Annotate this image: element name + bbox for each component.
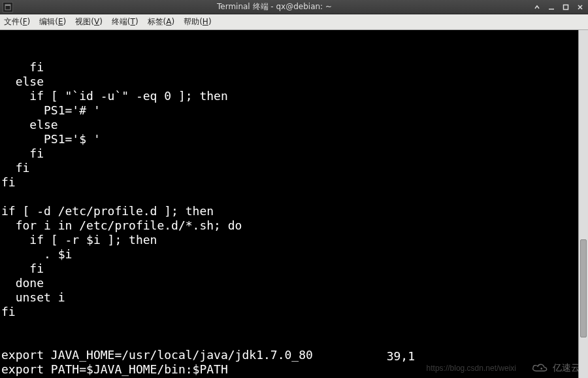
close-button[interactable]: [575, 3, 585, 12]
svg-rect-2: [564, 5, 568, 9]
menu-help[interactable]: 帮助(H): [184, 16, 211, 27]
maximize-button[interactable]: [561, 3, 571, 12]
menu-tabs[interactable]: 标签(A): [148, 16, 175, 27]
scrollbar[interactable]: [578, 30, 588, 378]
terminal-line: for i in /etc/profile.d/*.sh; do: [1, 218, 577, 233]
svg-point-3: [540, 368, 542, 369]
terminal-line: if [ -r $i ]; then: [1, 233, 577, 247]
terminal-line: else: [1, 75, 577, 89]
terminal-line: fi: [1, 60, 577, 75]
watermark-text: 亿速云: [553, 362, 580, 374]
window-icon: [3, 2, 13, 12]
terminal-area: fi else if [ "`id -u`" -eq 0 ]; then PS1…: [0, 30, 588, 378]
terminal-line: if [ -d /etc/profile.d ]; then: [1, 204, 577, 218]
menubar: 文件(F) 编辑(E) 视图(V) 终端(T) 标签(A) 帮助(H): [0, 14, 588, 30]
terminal-line: fi: [1, 175, 577, 190]
watermark: 亿速云: [531, 362, 580, 374]
watermark-url: https://blog.csdn.net/weixi: [427, 364, 516, 373]
svg-rect-1: [5, 5, 10, 6]
terminal-line: [1, 319, 577, 334]
window-title: Terminal 终端 - qx@debian: ~: [17, 1, 532, 12]
terminal-line: unset i: [1, 290, 577, 305]
terminal-line: if [ "`id -u`" -eq 0 ]; then: [1, 89, 577, 103]
minimize-button[interactable]: [546, 3, 557, 12]
scrollbar-thumb[interactable]: [580, 239, 587, 337]
vim-position: 39,1: [387, 349, 415, 364]
terminal-line: fi: [1, 262, 577, 276]
terminal-lines: fi else if [ "`id -u`" -eq 0 ]; then PS1…: [1, 60, 577, 377]
terminal-line: fi: [1, 146, 577, 161]
terminal-line: done: [1, 276, 577, 290]
window-controls: [532, 3, 585, 12]
terminal-line: fi: [1, 305, 577, 319]
menu-edit[interactable]: 编辑(E): [39, 16, 66, 27]
terminal-line: [1, 190, 577, 204]
terminal-line: . $i: [1, 247, 577, 262]
cloud-icon: [531, 362, 549, 374]
menu-view[interactable]: 视图(V): [75, 16, 103, 27]
terminal-line: PS1='# ': [1, 103, 577, 118]
menu-terminal[interactable]: 终端(T): [112, 16, 139, 27]
titlebar: Terminal 终端 - qx@debian: ~: [0, 0, 588, 14]
shade-button[interactable]: [532, 3, 542, 12]
terminal-content[interactable]: fi else if [ "`id -u`" -eq 0 ]; then PS1…: [0, 30, 578, 378]
menu-file[interactable]: 文件(F): [4, 16, 30, 27]
terminal-line: else: [1, 118, 577, 132]
terminal-line: PS1='$ ': [1, 132, 577, 146]
terminal-line: fi: [1, 161, 577, 175]
